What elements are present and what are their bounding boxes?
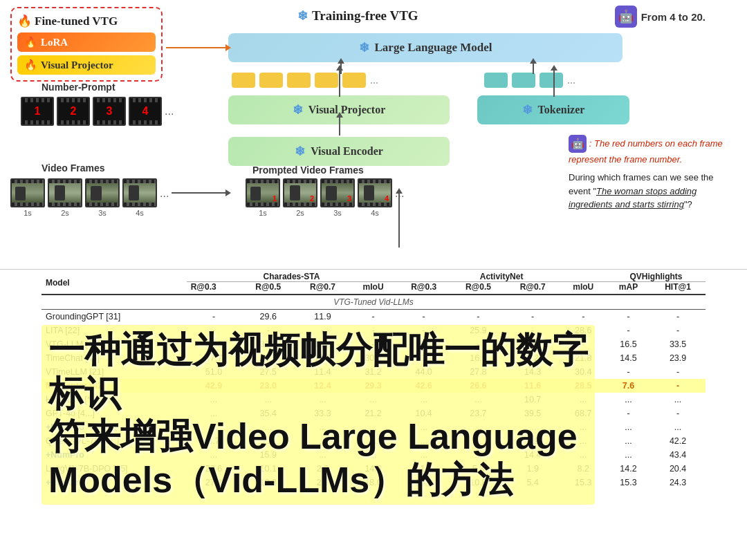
table-row: HawkEye [*] ... ... ... ... ... ... 10.7… [42, 393, 706, 407]
cell: 11.6 [506, 379, 560, 393]
cell: 27.8 [451, 365, 506, 379]
cell: ... [560, 448, 607, 462]
ch-miou-header: mIoU [350, 282, 396, 295]
prompted-label: Prompted Video Frames [252, 165, 364, 176]
model-name: VTimeLLM [21] [42, 365, 187, 379]
cell: 10.4 [396, 407, 451, 420]
qv-hit-header: HIT@1 [650, 282, 706, 295]
cell: - [187, 324, 241, 337]
cell: ... [451, 393, 506, 407]
cell: 1.9 [506, 462, 560, 476]
token-4 [315, 73, 338, 88]
cell: 33.8 [241, 337, 295, 351]
cell: 15.7 [295, 337, 350, 351]
cell: 21.8 [560, 351, 607, 365]
cell: ... [295, 393, 350, 407]
cell: 30.2 [396, 351, 451, 365]
table-row: Qwen2-VL-7B [5...] 8.7 2.5 ... ... ... .… [42, 434, 706, 448]
token-dots-1: ... [370, 74, 378, 86]
an-r05-header: R@0.5 [451, 282, 506, 295]
cell: 47.7 [187, 351, 241, 365]
cell: 15.3 [560, 476, 607, 489]
cell: - [295, 324, 350, 337]
cell: - [451, 337, 506, 351]
table-row: GroundingGPT [31] - 29.6 11.9 - - - - - … [42, 310, 706, 324]
video-frames-strip: 1s 2s 3s [10, 178, 169, 217]
cell: - [350, 337, 396, 351]
cell: ... [350, 420, 396, 434]
cell: ... [396, 393, 451, 407]
cell: 2.9 [295, 476, 350, 489]
snowflake-icon-1: ❄ [297, 8, 308, 24]
cell: 15.3 [607, 476, 650, 489]
table-row: LongVA-7B-DPO [65] 22.6 10.1 2.2 14.6 11… [42, 462, 706, 476]
ch-r05-header: R@0.5 [241, 282, 295, 295]
cell: 10.1 [241, 462, 295, 476]
token-3 [287, 73, 311, 88]
table-body: VTG-Tuned Vid-LLMs GroundingGPT [31] - 2… [42, 295, 706, 489]
red-italic-text: : The red numbers on each frame represen… [569, 138, 723, 165]
an-r03-header: R@0.3 [396, 282, 451, 295]
arrow-ve-vp [339, 116, 340, 136]
snowflake-vp: ❄ [293, 102, 303, 118]
cell: 23.9 [650, 351, 706, 365]
cell: - [560, 337, 607, 351]
table-row: +NumPro ... 15.9 ... ... ... ... 14.4 ..… [42, 448, 706, 462]
cell: 18.0 [350, 476, 396, 489]
cell: ... [187, 393, 241, 407]
cell: 5.3 [451, 462, 506, 476]
cell: ... [187, 407, 241, 420]
video-frames-label: Video Frames [42, 162, 105, 174]
model-name: VTG-LLM [17] [42, 337, 187, 351]
ch-r07-header: R@0.7 [295, 282, 350, 295]
cell: 2.2 [295, 462, 350, 476]
cell: ... [350, 448, 396, 462]
cell: 33.3 [295, 407, 350, 420]
activitynet-header: ActivityNet [396, 270, 607, 282]
model-name: +NumPro [42, 476, 187, 489]
teal-token-2 [512, 73, 535, 88]
cell: ... [241, 420, 295, 434]
cell: 12.5 [295, 351, 350, 365]
cell: 14.6 [350, 462, 396, 476]
cell: ... [560, 393, 607, 407]
fire-icon: 🔥 [17, 14, 32, 28]
cell: 11.8 [396, 462, 451, 476]
cell: 33.5 [650, 337, 706, 351]
cell: ... [295, 420, 350, 434]
cell: 16.5 [607, 337, 650, 351]
robot-badge: 🤖 From 4 to 20. [615, 6, 706, 28]
cell: ... [560, 434, 607, 448]
cell: 42.6 [396, 379, 451, 393]
cell: ... [187, 448, 241, 462]
model-name: GroundingGPT [31] [42, 310, 187, 324]
table-row: VTG-LLM [17] 52.0 33.8 15.7 - - - - - 16… [42, 337, 706, 351]
table-row: GPT-4o [4...] ... 35.4 33.3 21.2 10.4 23… [42, 407, 706, 420]
token-5 [342, 73, 366, 88]
number-prompt-label: Number-Prompt [42, 82, 116, 93]
cell: 44.0 [396, 365, 451, 379]
cell: 30.4 [560, 365, 607, 379]
cell: 11.9 [295, 310, 350, 324]
token-1 [232, 73, 255, 88]
teal-token-1 [484, 73, 508, 88]
cell: 21.2 [350, 407, 396, 420]
fire-icon-lora: 🔥 [24, 36, 37, 48]
cell: - [607, 310, 650, 324]
qv-map-header: mAP [607, 282, 650, 295]
cell: ... [607, 434, 650, 448]
cell: 7.6 [607, 379, 650, 393]
model-name: LITA [22] [42, 324, 187, 337]
cell: 31.2 [350, 365, 396, 379]
cell: - [607, 365, 650, 379]
model-col-header: Model [42, 270, 187, 295]
tokenizer-box: ❄ Tokenizer [477, 95, 629, 124]
table-section: Model Charades-STA ActivityNet QVHighlig… [0, 270, 747, 489]
cell: 14.3 [506, 365, 560, 379]
cell: 42.9 [187, 379, 241, 393]
robot-icon-text: 🤖 [569, 135, 587, 153]
cell: - [396, 310, 451, 324]
robot-text: From 4 to 20. [641, 11, 706, 23]
teal-token-dots: ... [567, 74, 575, 86]
cell: ... [396, 434, 451, 448]
